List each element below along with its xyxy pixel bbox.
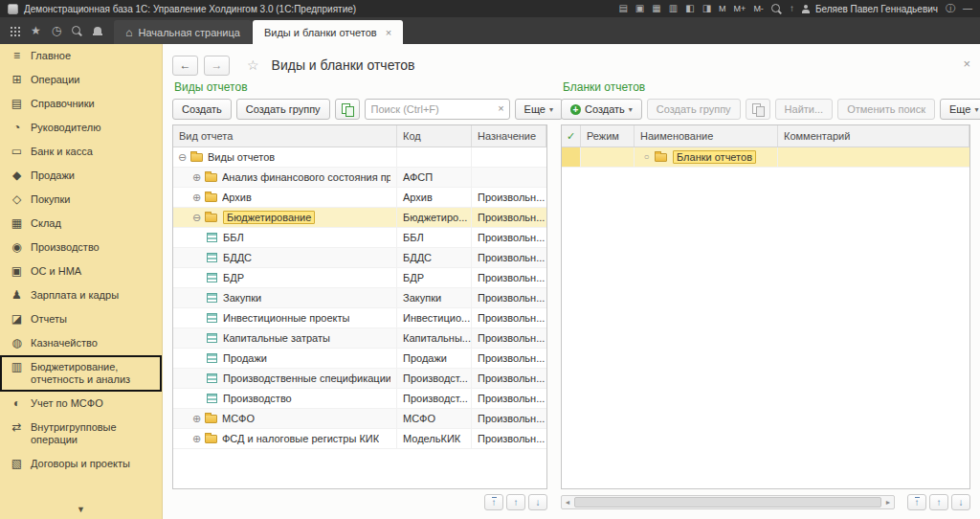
expand-icon[interactable]: ⊕	[190, 192, 203, 203]
scroll-down-button[interactable]: ↓	[528, 494, 547, 510]
clear-search-icon[interactable]: ×	[498, 102, 503, 114]
arrow-up-icon[interactable]: ↑	[790, 4, 794, 13]
chart-icon[interactable]: ◧	[685, 4, 694, 13]
column-header-mode[interactable]: Режим	[581, 125, 635, 147]
column-header-kind[interactable]: Вид отчета	[173, 125, 397, 147]
sidebar-item-intragroup[interactable]: Внутригрупповые операции	[0, 416, 162, 452]
copy-button[interactable]	[335, 99, 360, 120]
expand-icon[interactable]: ○	[640, 152, 653, 162]
memory-recall-button[interactable]: M	[719, 4, 726, 13]
favorites-icon[interactable]: ★	[31, 25, 41, 36]
scrollbar-thumb[interactable]	[574, 497, 881, 508]
sidebar-item-treasury[interactable]: Казначейство	[0, 331, 162, 355]
create-button[interactable]: Создать	[172, 99, 232, 120]
expand-icon[interactable]: ⊕	[190, 172, 203, 183]
back-button[interactable]: ←	[172, 56, 198, 76]
close-form-icon[interactable]: ×	[963, 56, 970, 71]
memory-subtract-button[interactable]: M-	[753, 4, 764, 13]
report-form-row[interactable]: ○Бланки отчетов	[562, 147, 969, 168]
calendar-icon[interactable]: ▦	[652, 4, 660, 13]
sidebar-item-budgeting[interactable]: Бюджетирование, отчетность и анализ	[0, 355, 162, 392]
report-kind-row[interactable]: ПроизводствоПроизводст...Произвольн...	[173, 389, 546, 409]
report-kind-row[interactable]: ЗакупкиЗакупкиПроизвольн...	[173, 288, 546, 308]
copy-button[interactable]	[746, 99, 770, 120]
sidebar-item-warehouse[interactable]: Склад	[0, 212, 162, 236]
report-kind-row[interactable]: БДРБДРПроизвольн...	[173, 268, 546, 288]
sidebar-item-ifrs[interactable]: Учет по МСФО	[0, 392, 162, 416]
scroll-to-top-button[interactable]: ↑	[907, 494, 926, 510]
tab-report-kinds-and-forms[interactable]: Виды и бланки отчетов ×	[253, 20, 403, 44]
report-kind-row[interactable]: ⊕ФСД и налоговые регистры КИКМодельКИКПр…	[173, 429, 546, 449]
collapse-icon[interactable]: ⊖	[190, 213, 203, 223]
sidebar-item-sales[interactable]: Продажи	[0, 164, 162, 188]
sidebar-item-bank[interactable]: Банк и касса	[0, 140, 162, 164]
tab-close-icon[interactable]: ×	[386, 27, 391, 38]
more-button[interactable]: Еще▾	[940, 99, 980, 120]
scroll-left-icon[interactable]: ◄	[562, 499, 573, 506]
sidebar-item-purchases[interactable]: Покупки	[0, 188, 162, 212]
notifications-icon[interactable]	[93, 26, 102, 36]
expand-icon[interactable]: ⊕	[190, 434, 203, 444]
favorite-star-icon[interactable]: ☆	[247, 57, 259, 73]
search-input[interactable]	[365, 99, 510, 120]
sidebar-item-catalogs[interactable]: Справочники	[0, 92, 162, 116]
calculator-icon[interactable]: ▥	[669, 4, 678, 13]
sidebar-item-production[interactable]: Производство	[0, 236, 162, 260]
sidebar-item-contracts[interactable]: Договоры и проекты	[0, 452, 162, 476]
report-kind-row[interactable]: ⊕АрхивАрхивПроизвольн...	[173, 188, 546, 208]
sidebar-item-reports[interactable]: Отчеты	[0, 307, 162, 331]
report-kind-row[interactable]: ⊕Анализ финансового состояния пред...АФС…	[173, 168, 546, 188]
main-menu-icon[interactable]	[10, 26, 20, 36]
report-kind-row[interactable]: Инвестиционные проектыИнвестицио...Произ…	[173, 308, 546, 328]
code-cell: Инвестицио...	[397, 308, 472, 327]
scroll-down-button[interactable]: ↓	[951, 494, 970, 510]
more-button[interactable]: Еще▾	[515, 99, 563, 120]
zoom-icon[interactable]	[771, 4, 782, 14]
report-kind-row[interactable]: ПродажиПродажиПроизвольн...	[173, 349, 546, 369]
horizontal-scrollbar[interactable]: ◄ ►	[561, 495, 895, 509]
find-button[interactable]: Найти...	[775, 99, 834, 120]
code-cell: Капитальны...	[397, 328, 472, 348]
create-group-button[interactable]: Создать группу	[647, 99, 741, 120]
minimize-icon[interactable]: —	[963, 4, 972, 13]
column-header-name[interactable]: Наименование	[635, 125, 778, 147]
forward-button[interactable]: →	[204, 56, 230, 76]
print-icon[interactable]: ▤	[618, 4, 627, 13]
sidebar-item-operations[interactable]: Операции	[0, 68, 162, 92]
report-kind-row[interactable]: ⊖БюджетированиеБюджетиро...Произвольн...	[173, 208, 546, 228]
expand-icon[interactable]: ⊕	[190, 414, 203, 424]
sidebar-scroll-down-icon[interactable]: ▼	[0, 501, 162, 519]
code-cell: Производст...	[397, 389, 472, 408]
cancel-search-button[interactable]: Отменить поиск	[837, 99, 935, 120]
scroll-to-top-button[interactable]: ↑	[484, 494, 503, 510]
scroll-up-button[interactable]: ↑	[929, 494, 948, 510]
column-header-code[interactable]: Код	[397, 125, 472, 147]
clipboard-icon[interactable]: ◨	[702, 4, 711, 13]
sidebar-item-hr[interactable]: Зарплата и кадры	[0, 283, 162, 307]
info-icon[interactable]: ⓘ	[946, 4, 955, 13]
sidebar-item-home[interactable]: Главное	[0, 44, 162, 68]
report-kind-row[interactable]: БДДСБДДСПроизвольн...	[173, 248, 546, 268]
column-header-comment[interactable]: Комментарий	[778, 125, 969, 147]
report-kind-row[interactable]: ⊕МСФОМСФОПроизвольн...	[173, 409, 546, 429]
collapse-icon[interactable]: ⊖	[176, 152, 189, 163]
current-user[interactable]: Беляев Павел Геннадьевич	[802, 4, 938, 14]
scroll-right-icon[interactable]: ►	[882, 499, 894, 506]
report-kind-row[interactable]: ББЛББЛПроизвольн...	[173, 228, 546, 248]
history-icon[interactable]: ◷	[52, 25, 61, 36]
column-header-check[interactable]: ✓	[562, 125, 581, 147]
report-kind-row[interactable]: Производственные спецификацииПроизводст.…	[173, 369, 546, 389]
search-icon[interactable]	[72, 26, 82, 36]
memory-add-button[interactable]: M+	[734, 4, 746, 13]
report-kind-row[interactable]: Капитальные затратыКапитальны...Произвол…	[173, 328, 546, 349]
save-icon[interactable]: ▣	[635, 4, 644, 13]
create-group-button[interactable]: Создать группу	[236, 99, 330, 120]
column-header-purpose[interactable]: Назначение	[472, 125, 546, 147]
sidebar-item-manager[interactable]: Руководителю	[0, 116, 162, 140]
report-kind-row[interactable]: ⊖Виды отчетов	[173, 147, 546, 168]
tab-home[interactable]: ⌂ Начальная страница	[114, 20, 252, 44]
report-forms-title: Бланки отчетов	[561, 80, 970, 99]
sidebar-item-assets[interactable]: ОС и НМА	[0, 260, 162, 283]
create-button[interactable]: + Создать ▾	[561, 99, 642, 120]
scroll-up-button[interactable]: ↑	[506, 494, 525, 510]
